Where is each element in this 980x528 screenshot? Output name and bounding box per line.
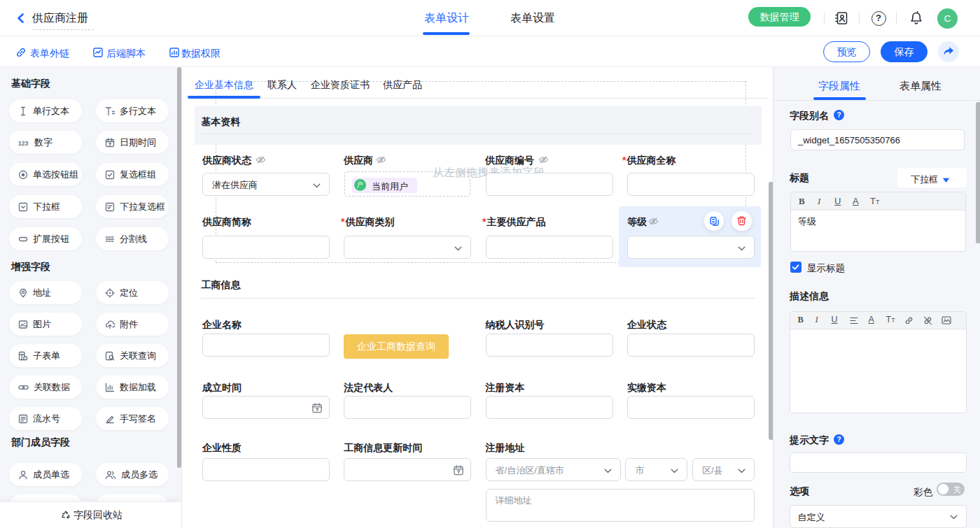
svg-text:123: 123 [18,139,28,146]
